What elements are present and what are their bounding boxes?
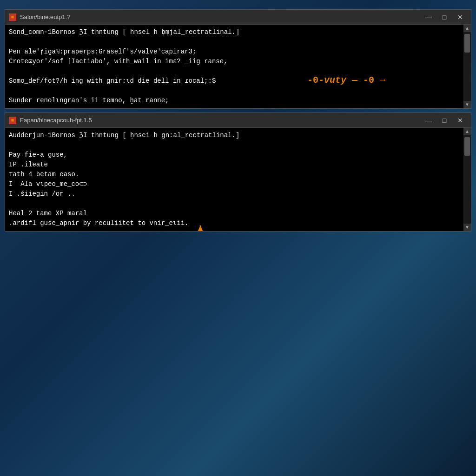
terminal-icon-2: ■ bbox=[9, 117, 16, 124]
maximize-button-2[interactable]: □ bbox=[437, 115, 451, 126]
terminal-window-2: ■ Fapan/binecapcoub-fpt.1.5 — □ ✕ Audder… bbox=[5, 112, 471, 231]
terminal-window-1: ■ Salon/bine.eutp1.? — □ ✕ Sond_comn-1Bo… bbox=[5, 9, 471, 109]
minimize-button-2[interactable]: — bbox=[422, 115, 436, 126]
scrollbar-1[interactable]: ▲ ▼ bbox=[463, 25, 471, 108]
terminal-line-1-2: Pen ale'ƒigaℕ:praperps:Graself's/valve'c… bbox=[9, 47, 462, 57]
close-button-1[interactable]: ✕ bbox=[453, 12, 467, 22]
arrow-2-left bbox=[52, 230, 107, 231]
title-bar-1: ■ Salon/bine.eutp1.? — □ ✕ bbox=[5, 10, 471, 25]
terminal-line-2-2: Pay fie-a guse, bbox=[9, 150, 462, 160]
terminal-line-2-4: ⊤ath 4 betam easo. bbox=[9, 170, 462, 179]
minimize-button-1[interactable]: — bbox=[422, 12, 436, 22]
scroll-down-1[interactable]: ▼ bbox=[463, 101, 471, 108]
arrow-2-center bbox=[182, 221, 219, 231]
terminal-line-2-5: I Ala vɩpeo_me_co⊂⊃ bbox=[9, 179, 462, 189]
title-bar-2: ■ Fapan/binecapcoub-fpt.1.5 — □ ✕ bbox=[5, 113, 471, 128]
terminal-line-2-9: .ardifl guse_apnir by reculiitet to vnir… bbox=[9, 218, 462, 228]
window-controls-2: — □ ✕ bbox=[422, 115, 467, 126]
window-title-1: Salon/bine.eutp1.? bbox=[20, 13, 70, 20]
annotation-1-top-right: -0-vuty — -0 → bbox=[307, 73, 385, 87]
svg-marker-5 bbox=[197, 225, 204, 231]
terminal-line-2-0: Audderjun-1Bornos ℨI thntung [ ḥnsei h g… bbox=[9, 131, 462, 140]
terminal-icon-1: ■ bbox=[9, 13, 16, 21]
terminal-body-2: Audderjun-1Bornos ℨI thntung [ ḥnsei h g… bbox=[5, 128, 471, 231]
terminal-line-1-5: Somo_def/fot?/h ing with gnir:ɩd die del… bbox=[9, 76, 462, 86]
terminal-line-1-0: Sond_comn-1Bornos ℨI thntung [ hnsel h ḅ… bbox=[9, 27, 462, 37]
terminal-line-2-3: IP .ileate bbox=[9, 160, 462, 170]
scroll-thumb-2[interactable] bbox=[464, 137, 470, 156]
scroll-up-1[interactable]: ▲ bbox=[463, 25, 471, 32]
scroll-up-2[interactable]: ▲ bbox=[463, 128, 471, 135]
title-bar-left-1: ■ Salon/bine.eutp1.? bbox=[9, 13, 70, 21]
terminal-line-2-8: Heal 2 tame XP maral bbox=[9, 209, 462, 218]
close-button-2[interactable]: ✕ bbox=[453, 115, 467, 126]
terminal-line-2-6: I .śiiegin /or .. bbox=[9, 189, 462, 199]
terminal-body-1: Sond_comn-1Bornos ℨI thntung [ hnsel h ḅ… bbox=[5, 25, 471, 108]
terminal-line-1-3: Crote⊡yor'/sof ⌈Iactiabo', with_wail in … bbox=[9, 57, 462, 66]
window-controls-1: — □ ✕ bbox=[422, 12, 467, 22]
scroll-thumb-1[interactable] bbox=[464, 34, 470, 53]
scrollbar-2[interactable]: ▲ ▼ bbox=[463, 128, 471, 231]
maximize-button-1[interactable]: □ bbox=[437, 12, 451, 22]
terminal-line-1-7: Sunder renolɩngran's ii_temno, ḫat_ranne… bbox=[9, 96, 462, 106]
window-title-2: Fapan/binecapcoub-fpt.1.5 bbox=[20, 117, 92, 124]
title-bar-left-2: ■ Fapan/binecapcoub-fpt.1.5 bbox=[9, 117, 92, 124]
scroll-down-2[interactable]: ▼ bbox=[463, 224, 471, 231]
